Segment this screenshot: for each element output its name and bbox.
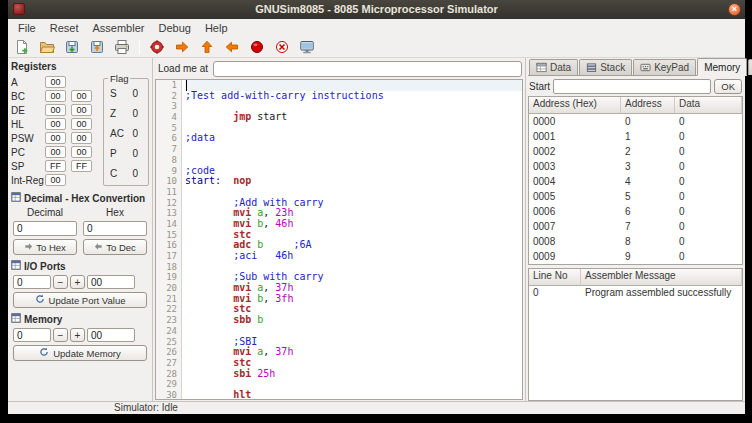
ok-button[interactable]: OK: [714, 79, 742, 94]
register-value[interactable]: 00: [45, 104, 66, 116]
line-number[interactable]: 3: [156, 101, 177, 112]
io-port-address-input[interactable]: [13, 275, 51, 289]
step-over-icon[interactable]: [173, 38, 191, 56]
editor-line[interactable]: sbi 25h: [185, 369, 522, 380]
save-as-icon[interactable]: [88, 38, 106, 56]
add-breakpoint-icon[interactable]: [248, 38, 266, 56]
column-header-data[interactable]: Data: [675, 97, 742, 114]
update-memory-button[interactable]: Update Memory: [13, 345, 147, 361]
editor-line[interactable]: ;aci 46h: [185, 251, 522, 262]
line-number[interactable]: 27: [156, 358, 177, 369]
assemble-icon[interactable]: [148, 38, 166, 56]
menu-debug[interactable]: Debug: [151, 19, 197, 37]
register-value[interactable]: 00: [45, 132, 66, 144]
io-port-decrement-button[interactable]: −: [53, 275, 68, 289]
tab-stack[interactable]: Stack: [579, 59, 632, 75]
register-value[interactable]: 00: [71, 146, 92, 158]
message-row[interactable]: 0Program assembled successfully: [529, 286, 742, 300]
menu-file[interactable]: File: [11, 19, 43, 37]
start-address-input[interactable]: [553, 79, 711, 94]
memory-row[interactable]: 000110: [529, 129, 742, 144]
memory-row[interactable]: 000330: [529, 159, 742, 174]
memory-row[interactable]: 000440: [529, 174, 742, 189]
tab-keypad[interactable]: KeyPad: [633, 59, 696, 75]
line-number[interactable]: 15: [156, 230, 177, 241]
code-editor[interactable]: 1234567891011121314151617181920212223242…: [155, 79, 523, 400]
line-number[interactable]: 21: [156, 294, 177, 305]
line-number[interactable]: 6: [156, 133, 177, 144]
line-number[interactable]: 9: [156, 166, 177, 177]
load-address-input[interactable]: [213, 61, 522, 77]
print-icon[interactable]: [113, 38, 131, 56]
editor-line[interactable]: [185, 123, 522, 134]
register-value[interactable]: 00: [71, 132, 92, 144]
editor-line[interactable]: sbb b: [185, 315, 522, 326]
editor-line[interactable]: jmp start: [185, 112, 522, 123]
register-value[interactable]: 00: [45, 174, 66, 186]
register-value[interactable]: FF: [71, 160, 92, 172]
line-number[interactable]: 11: [156, 187, 177, 198]
memory-row[interactable]: 000770: [529, 219, 742, 234]
decimal-input[interactable]: [13, 221, 77, 236]
line-number[interactable]: 10: [156, 176, 177, 187]
save-file-icon[interactable]: [63, 38, 81, 56]
memory-decrement-button[interactable]: −: [53, 328, 68, 342]
line-number[interactable]: 4: [156, 112, 177, 123]
line-number[interactable]: 8: [156, 155, 177, 166]
memory-row[interactable]: 000000: [529, 114, 742, 129]
register-value[interactable]: 00: [71, 104, 92, 116]
line-number[interactable]: 22: [156, 304, 177, 315]
line-number[interactable]: 28: [156, 369, 177, 380]
line-number[interactable]: 2: [156, 91, 177, 102]
register-value[interactable]: FF: [45, 160, 66, 172]
menu-reset[interactable]: Reset: [43, 19, 86, 37]
register-value[interactable]: 00: [45, 146, 66, 158]
to-dec-button[interactable]: To Dec: [83, 239, 147, 255]
remove-breakpoints-icon[interactable]: [273, 38, 291, 56]
line-number[interactable]: 13: [156, 208, 177, 219]
tab-i-o-ports[interactable]: I/O Ports: [748, 59, 752, 75]
line-number[interactable]: 23: [156, 315, 177, 326]
memory-row[interactable]: 000990: [529, 249, 742, 264]
editor-line[interactable]: ;data: [185, 133, 522, 144]
register-value[interactable]: 00: [71, 90, 92, 102]
register-value[interactable]: 00: [45, 118, 66, 130]
line-number[interactable]: 16: [156, 240, 177, 251]
open-file-icon[interactable]: [38, 38, 56, 56]
new-file-icon[interactable]: [13, 38, 31, 56]
line-number[interactable]: 30: [156, 390, 177, 400]
io-port-increment-button[interactable]: +: [70, 275, 85, 289]
editor-line[interactable]: start: nop: [185, 176, 522, 187]
io-port-value-input[interactable]: [87, 275, 135, 289]
memory-increment-button[interactable]: +: [70, 328, 85, 342]
register-value[interactable]: 00: [45, 90, 66, 102]
tab-memory[interactable]: Memory: [697, 58, 747, 76]
line-number[interactable]: 19: [156, 272, 177, 283]
line-number[interactable]: 7: [156, 144, 177, 155]
line-number[interactable]: 29: [156, 379, 177, 390]
line-number[interactable]: 24: [156, 326, 177, 337]
line-number[interactable]: 17: [156, 251, 177, 262]
column-header-line-no[interactable]: Line No: [529, 269, 581, 286]
show-keypad-icon[interactable]: [298, 38, 316, 56]
memory-address-input[interactable]: [13, 328, 51, 342]
close-button[interactable]: ×: [728, 3, 741, 16]
column-header-assembler-message[interactable]: Assembler Message: [581, 269, 742, 286]
line-number[interactable]: 12: [156, 198, 177, 209]
editor-line[interactable]: ;Test add-with-carry instructions: [185, 91, 522, 102]
code-area[interactable]: ;Test add-with-carry instructions jmp st…: [182, 80, 522, 399]
to-hex-button[interactable]: To Hex: [13, 239, 77, 255]
line-number[interactable]: 26: [156, 347, 177, 358]
step-out-icon[interactable]: [223, 38, 241, 56]
step-into-icon[interactable]: [198, 38, 216, 56]
line-number[interactable]: 18: [156, 262, 177, 273]
memory-value-input[interactable]: [87, 328, 135, 342]
tab-data[interactable]: Data: [529, 59, 578, 75]
register-value[interactable]: 00: [45, 76, 66, 88]
line-number[interactable]: 25: [156, 337, 177, 348]
memory-row[interactable]: 000880: [529, 234, 742, 249]
line-number[interactable]: 1: [156, 80, 177, 91]
hex-input[interactable]: [83, 221, 147, 236]
editor-line[interactable]: [185, 155, 522, 166]
line-number[interactable]: 20: [156, 283, 177, 294]
